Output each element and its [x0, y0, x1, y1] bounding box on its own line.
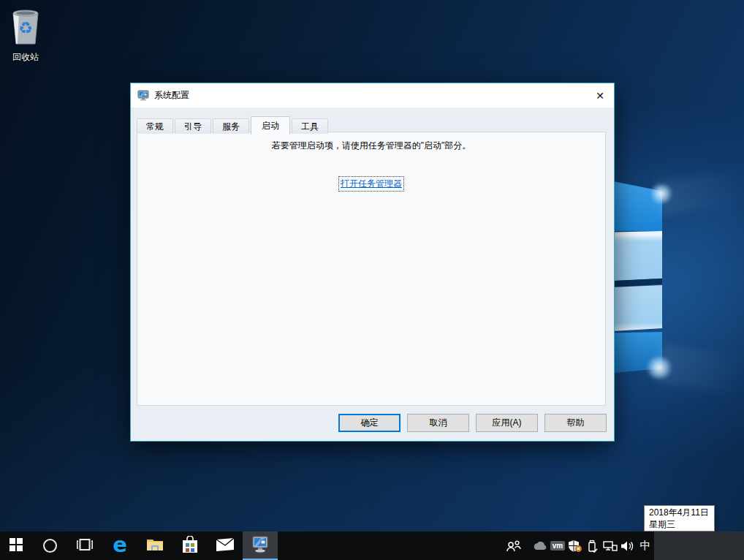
people-tray-button[interactable] — [505, 531, 523, 560]
vmware-tools-icon: vm — [550, 541, 565, 550]
taskbar: e — [0, 531, 744, 560]
system-tray: vm — [505, 531, 654, 560]
startup-tab-page: 若要管理启动项，请使用任务管理器的"启动"部分。 打开任务管理器 — [137, 132, 606, 406]
tab-services[interactable]: 服务 — [213, 118, 249, 134]
store-button[interactable] — [172, 531, 208, 560]
apply-button[interactable]: 应用(A) — [476, 414, 538, 432]
light-beam — [656, 344, 744, 396]
startup-instruction-text: 若要管理启动项，请使用任务管理器的"启动"部分。 — [137, 140, 605, 152]
recycle-bin-label: 回收站 — [4, 51, 47, 64]
volume-icon — [620, 540, 635, 552]
close-button[interactable]: ✕ — [586, 83, 614, 107]
tab-boot[interactable]: 引导 — [175, 118, 211, 134]
file-explorer-button[interactable] — [137, 531, 172, 560]
close-icon: ✕ — [596, 90, 604, 102]
cancel-button[interactable]: 取消 — [407, 414, 469, 432]
ok-button[interactable]: 确定 — [338, 414, 401, 432]
dialog-button-row: 确定 取消 应用(A) 帮助 — [338, 414, 607, 432]
people-icon — [506, 540, 521, 552]
tab-general[interactable]: 常规 — [137, 118, 173, 134]
cortana-button[interactable] — [32, 531, 67, 560]
defender-tray-button[interactable] — [566, 531, 584, 560]
file-explorer-icon — [146, 537, 164, 555]
store-icon — [182, 536, 198, 556]
tooltip-weekday: 星期三 — [649, 518, 710, 530]
msconfig-icon — [137, 90, 149, 102]
network-icon — [603, 540, 618, 552]
ime-indicator-button[interactable]: 中 — [637, 531, 654, 560]
recycle-bin-icon: ♻ — [9, 6, 42, 48]
dialog-title: 系统配置 — [154, 89, 586, 102]
usb-device-tray-button[interactable] — [584, 531, 601, 560]
system-configuration-dialog: 系统配置 ✕ 常规 引导 服务 启动 工具 若要管理启动项，请使用任务管理器的"… — [130, 83, 615, 442]
tooltip-date: 2018年4月11日 — [649, 507, 710, 518]
start-button[interactable] — [0, 531, 32, 560]
edge-icon: e — [113, 534, 127, 556]
defender-shield-icon — [568, 540, 582, 553]
windows-start-icon — [10, 538, 23, 554]
help-button[interactable]: 帮助 — [544, 414, 607, 432]
tab-startup[interactable]: 启动 — [251, 116, 290, 135]
onedrive-cloud-icon — [533, 541, 547, 550]
mail-button[interactable] — [208, 531, 243, 560]
task-view-icon — [77, 539, 93, 553]
onedrive-tray-button[interactable] — [531, 531, 549, 560]
recycle-bin-shortcut[interactable]: ♻ 回收站 — [4, 6, 47, 64]
network-tray-button[interactable] — [601, 531, 619, 560]
task-view-button[interactable] — [67, 531, 102, 560]
vmware-tools-tray-button[interactable]: vm — [549, 531, 566, 560]
clock-hover-zone[interactable] — [654, 531, 744, 560]
msconfig-taskbar-icon — [251, 535, 269, 556]
cortana-circle-icon — [43, 539, 57, 553]
msconfig-taskbar-button[interactable] — [243, 531, 278, 560]
usb-device-icon — [587, 540, 599, 553]
svg-text:♻: ♻ — [18, 19, 33, 37]
open-task-manager-link[interactable]: 打开任务管理器 — [339, 177, 403, 191]
tab-strip: 常规 引导 服务 启动 工具 — [131, 116, 614, 134]
dialog-titlebar[interactable]: 系统配置 ✕ — [131, 83, 614, 107]
volume-tray-button[interactable] — [619, 531, 637, 560]
date-tooltip: 2018年4月11日 星期三 — [644, 505, 715, 531]
ime-chinese-icon: 中 — [640, 539, 651, 553]
tab-tools[interactable]: 工具 — [292, 118, 328, 134]
edge-browser-button[interactable]: e — [102, 531, 137, 560]
mail-icon — [216, 538, 234, 554]
